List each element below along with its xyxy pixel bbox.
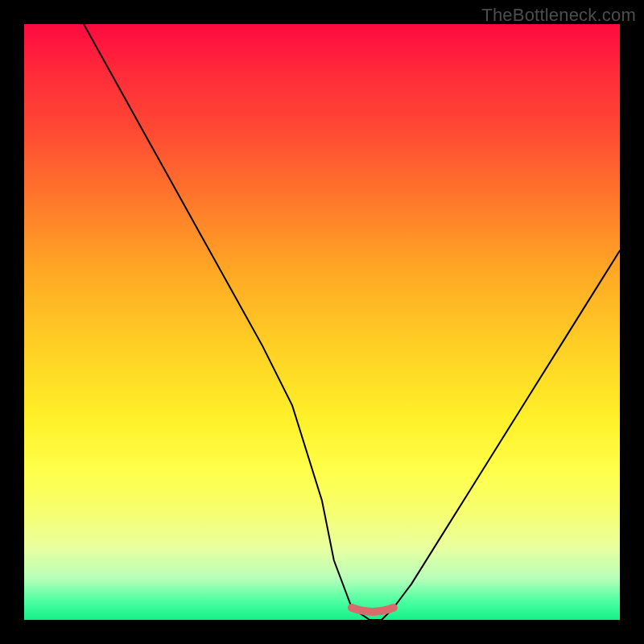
plot-area: [24, 24, 620, 620]
flat-region-marker: [352, 608, 394, 612]
chart-svg: [24, 24, 620, 620]
chart-frame: TheBottleneck.com: [0, 0, 644, 644]
bottleneck-curve: [84, 24, 620, 620]
watermark-text: TheBottleneck.com: [481, 5, 636, 26]
